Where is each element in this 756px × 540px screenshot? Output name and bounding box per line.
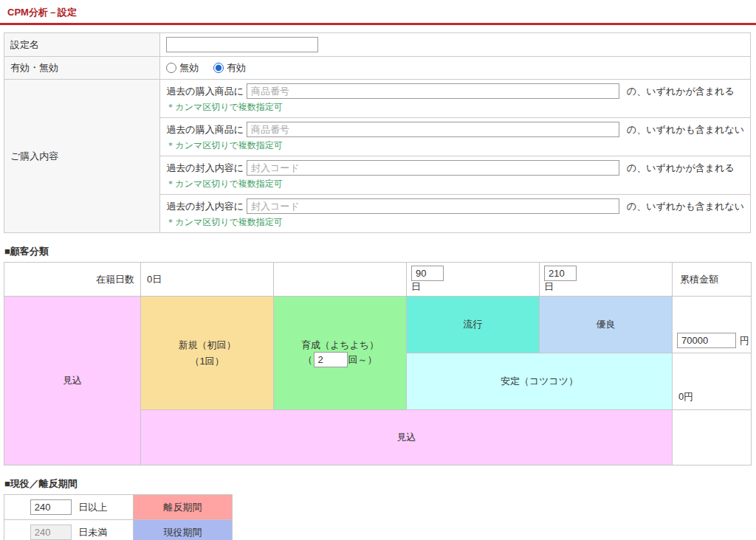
purchased-items-include-input[interactable] (247, 83, 619, 99)
comma-note: ＊カンマ区切りで複数指定可 (166, 101, 744, 114)
day-unit-label: 日 (411, 281, 539, 292)
comma-note: ＊カンマ区切りで複数指定可 (166, 216, 744, 229)
segment-stable: 安定（コツコツ） (407, 353, 673, 410)
nurture-paren-open: （ (303, 352, 313, 367)
classification-header-row: 在籍日数 0日 日 日 累積金額 (4, 263, 752, 297)
radio-disabled-label: 無効 (179, 61, 199, 75)
day0-label: 0日 (141, 263, 274, 297)
insert-code-exclude-input[interactable] (247, 198, 619, 214)
segment-new-line1: 新規（初回） (142, 337, 272, 353)
active-period-row: 日未満 現役期間 (4, 520, 233, 540)
churn-days-label: 日以上 (78, 502, 107, 513)
amount-threshold-input[interactable] (677, 333, 736, 348)
condition-prefix: 過去の封入内容に (166, 200, 244, 213)
radio-option-disabled[interactable]: 無効 (166, 61, 199, 75)
churn-threshold-cell: 日以上 (4, 495, 134, 520)
enabled-cell: 無効 有効 (160, 57, 751, 80)
header-spacer-cell (274, 263, 407, 297)
page-header: CPM分析－設定 (0, 0, 756, 23)
setting-name-input[interactable] (166, 37, 318, 52)
enabled-label: 有効・無効 (4, 57, 160, 80)
segment-prospect-left: 見込 (4, 297, 141, 465)
settings-form-table: 設定名 有効・無効 無効 有効 ご購入内容 過去の購入 (4, 32, 751, 233)
main-content: 設定名 有効・無効 無効 有効 ご購入内容 過去の購入 (0, 32, 756, 540)
purchase-label: ご購入内容 (4, 80, 160, 233)
radio-enabled-input[interactable] (213, 63, 224, 73)
active-threshold-cell: 日未満 (4, 520, 134, 540)
header-divider (0, 23, 756, 25)
segment-nurture-line1: 育成（よちよち） (275, 339, 405, 352)
amount-threshold-cell: 円 (673, 297, 752, 353)
classification-heading: ■顧客分類 (4, 245, 751, 258)
cumulative-amount-label: 累積金額 (673, 263, 752, 297)
active-days-input (30, 525, 72, 540)
condition-suffix: の、いずれかが含まれる (627, 85, 735, 98)
classification-table: 在籍日数 0日 日 日 累積金額 見込 新規（初回） （1回） 育成（よちよち） (4, 262, 752, 465)
segment-excellent: 優良 (540, 297, 673, 353)
day210-cell: 日 (540, 263, 673, 297)
segment-new-line2: （1回） (142, 353, 272, 369)
radio-disabled-input[interactable] (166, 63, 176, 73)
amount-zero-cell: 0円 (673, 353, 752, 410)
purchase-condition-cell-2: 過去の購入商品に の、いずれかも含まれない ＊カンマ区切りで複数指定可 (160, 118, 751, 156)
active-days-label: 日未満 (78, 527, 107, 538)
condition-prefix: 過去の封入内容に (166, 162, 244, 175)
insert-code-include-input[interactable] (247, 160, 619, 176)
purchased-items-exclude-input[interactable] (247, 122, 619, 137)
page-title: CPM分析－設定 (7, 6, 749, 19)
tenure-days-label: 在籍日数 (4, 263, 141, 297)
setting-name-cell (160, 33, 751, 57)
segment-prospect-bottom: 見込 (141, 410, 673, 465)
nurture-count-input[interactable] (314, 352, 348, 367)
purchase-condition-cell-1: 過去の購入商品に の、いずれかが含まれる ＊カンマ区切りで複数指定可 (160, 80, 751, 118)
comma-note: ＊カンマ区切りで複数指定可 (166, 178, 744, 190)
condition-prefix: 過去の購入商品に (166, 85, 244, 98)
condition-suffix: の、いずれかも含まれない (627, 200, 744, 213)
yen-unit-label: 円 (740, 334, 749, 347)
day90-threshold-input[interactable] (411, 266, 444, 281)
setting-name-label: 設定名 (4, 33, 160, 57)
segment-trend: 流行 (407, 297, 540, 353)
condition-suffix: の、いずれかが含まれる (627, 162, 735, 175)
radio-enabled-label: 有効 (227, 61, 246, 75)
enabled-row: 有効・無効 無効 有効 (4, 57, 751, 80)
day210-threshold-input[interactable] (544, 266, 577, 281)
segment-nurture-line2: （ 回～） (275, 352, 405, 367)
nurture-paren-close: 回～） (348, 352, 377, 367)
condition-suffix: の、いずれかも含まれない (627, 123, 744, 136)
classification-row-top: 見込 新規（初回） （1回） 育成（よちよち） （ 回～） 流行 優良 円 (4, 297, 752, 353)
setting-name-row: 設定名 (4, 33, 751, 57)
condition-prefix: 過去の購入商品に (166, 123, 244, 136)
period-table: 日以上 離反期間 日未満 現役期間 (4, 494, 233, 540)
period-heading: ■現役／離反期間 (4, 477, 751, 491)
active-period-badge: 現役期間 (134, 520, 233, 540)
day-unit-label: 日 (544, 281, 672, 292)
churn-days-input[interactable] (30, 499, 72, 515)
segment-new: 新規（初回） （1回） (141, 297, 274, 410)
churn-period-row: 日以上 離反期間 (4, 495, 233, 520)
comma-note: ＊カンマ区切りで複数指定可 (166, 139, 744, 152)
empty-amount-cell (673, 410, 752, 465)
day90-cell: 日 (407, 263, 540, 297)
purchase-condition-cell-4: 過去の封入内容に の、いずれかも含まれない ＊カンマ区切りで複数指定可 (160, 195, 751, 233)
segment-nurture: 育成（よちよち） （ 回～） (274, 297, 407, 410)
radio-option-enabled[interactable]: 有効 (213, 61, 246, 75)
purchase-condition-row-1: ご購入内容 過去の購入商品に の、いずれかが含まれる ＊カンマ区切りで複数指定可 (4, 80, 751, 118)
purchase-condition-cell-3: 過去の封入内容に の、いずれかが含まれる ＊カンマ区切りで複数指定可 (160, 156, 751, 195)
zero-yen-label: 0円 (678, 391, 693, 402)
churn-period-badge: 離反期間 (134, 495, 233, 520)
